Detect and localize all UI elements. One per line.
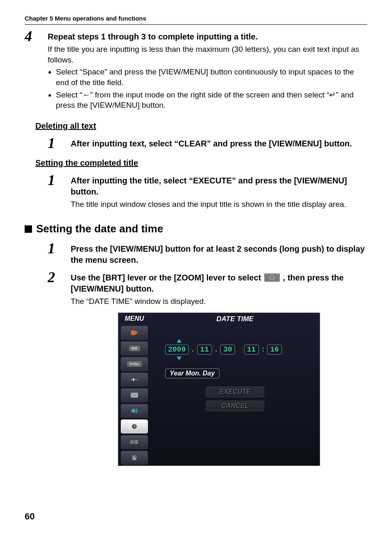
date-time-values: 2009 . 11 . 30 11 : 16 (165, 345, 314, 354)
datetime-step-1-title: Press the [VIEW/MENU] button for at leas… (71, 243, 367, 266)
section-heading-row: Setting the date and time (25, 222, 367, 235)
deleting-step-1-title: After inputting text, select “CLEAR” and… (71, 138, 367, 149)
wb-label: WB (129, 345, 140, 351)
step-number: 1 (48, 173, 71, 188)
menu-content-area: DATE TIME 2009 . 11 . 30 11 : 16 Year Mo… (150, 313, 320, 466)
step-number: 2 (48, 270, 71, 285)
header-rule (25, 24, 367, 25)
arrow-up-icon[interactable] (177, 339, 182, 343)
svg-rect-16 (133, 459, 136, 459)
subheading-setting-title: Setting the completed title (35, 158, 367, 168)
menu-tab-clock[interactable] (121, 419, 148, 433)
step-2-title-a: Use the [BRT] lever or the [ZOOM] lever … (71, 273, 263, 282)
setting-title-step-1: 1 After inputting the title, select “EXE… (48, 173, 367, 211)
hour-field[interactable]: 11 (244, 345, 259, 354)
subheading-deleting: Deleting all text (35, 121, 367, 131)
minute-field[interactable]: 16 (267, 345, 282, 354)
svg-rect-4 (131, 393, 138, 398)
separator-dot: . (214, 345, 219, 354)
menu-tab-wb[interactable]: WB (121, 341, 148, 355)
month-field[interactable]: 11 (197, 345, 212, 354)
step-4-bullet-2: Select “←” from the input mode on the ri… (56, 90, 367, 111)
menu-tab-column: MENU WB PrtSc (118, 313, 150, 466)
menu-tab-slider[interactable] (121, 373, 148, 387)
svg-rect-11 (135, 442, 138, 442)
step-4: 4 Repeat steps 1 through 3 to complete i… (25, 29, 367, 114)
step-4-bullets: Select “Space” and press the [VIEW/MENU]… (48, 67, 367, 111)
date-time-menu-window: MENU WB PrtSc (118, 313, 320, 466)
step-number: 4 (25, 29, 48, 44)
datetime-step-1: 1 Press the [VIEW/MENU] button for at le… (48, 241, 367, 267)
menu-tab-system[interactable] (121, 435, 148, 449)
svg-rect-12 (135, 443, 138, 444)
step-4-text: If the title you are inputting is less t… (48, 44, 367, 65)
chapter-header: Chapter 5 Menu operations and functions (25, 15, 367, 22)
svg-rect-3 (133, 378, 134, 381)
info-page-icon (130, 454, 139, 461)
deleting-step-1: 1 After inputting text, select “CLEAR” a… (48, 136, 367, 151)
step-number: 1 (48, 136, 71, 151)
day-field[interactable]: 30 (220, 345, 235, 354)
clock-tab-icon (264, 273, 280, 282)
menu-tab-prtsc[interactable]: PrtSc (121, 357, 148, 371)
execute-button[interactable]: EXECUTE (206, 387, 264, 397)
tag-icon (130, 329, 139, 336)
section-heading: Setting the date and time (36, 222, 163, 235)
step-number: 1 (48, 241, 71, 256)
date-format-row: Year Mon. Day (165, 368, 314, 378)
clock-icon (130, 423, 139, 430)
menu-tab-screen[interactable] (121, 388, 148, 402)
svg-point-9 (130, 440, 134, 444)
setting-title-step-1-text: The title input window closes and the in… (71, 199, 367, 210)
speaker-icon (130, 407, 139, 415)
svg-rect-10 (135, 440, 138, 441)
separator-dot: . (190, 345, 196, 354)
svg-marker-0 (131, 331, 138, 335)
separator-colon: : (261, 345, 266, 354)
cancel-button[interactable]: CANCEL (206, 401, 264, 411)
year-field[interactable]: 2009 (165, 345, 189, 354)
step-4-title: Repeat steps 1 through 3 to complete inp… (48, 31, 367, 42)
svg-rect-15 (133, 458, 136, 458)
arrow-down-icon[interactable] (177, 357, 182, 360)
svg-marker-5 (131, 408, 135, 414)
globe-list-icon (130, 438, 139, 446)
slider-icon (130, 376, 139, 383)
date-format-selector[interactable]: Year Mon. Day (165, 368, 219, 378)
page-number: 60 (25, 511, 367, 522)
square-bullet-icon (25, 225, 32, 233)
screen-icon (130, 392, 139, 399)
datetime-step-2-text: The “DATE TIME” window is displayed. (71, 296, 367, 307)
datetime-step-2-title: Use the [BRT] lever or the [ZOOM] lever … (71, 272, 367, 294)
setting-title-step-1-title: After inputting the title, select “EXECU… (71, 175, 367, 197)
menu-label: MENU (118, 313, 150, 325)
svg-rect-14 (133, 456, 134, 457)
prtsc-label: PrtSc (127, 361, 142, 367)
step-4-bullet-1: Select “Space” and press the [VIEW/MENU]… (56, 67, 367, 88)
menu-content-title: DATE TIME (156, 313, 314, 331)
menu-tab-tag[interactable] (121, 326, 148, 340)
menu-tab-sound[interactable] (121, 404, 148, 418)
menu-tab-info[interactable] (121, 451, 148, 465)
datetime-step-2: 2 Use the [BRT] lever or the [ZOOM] leve… (48, 270, 367, 466)
